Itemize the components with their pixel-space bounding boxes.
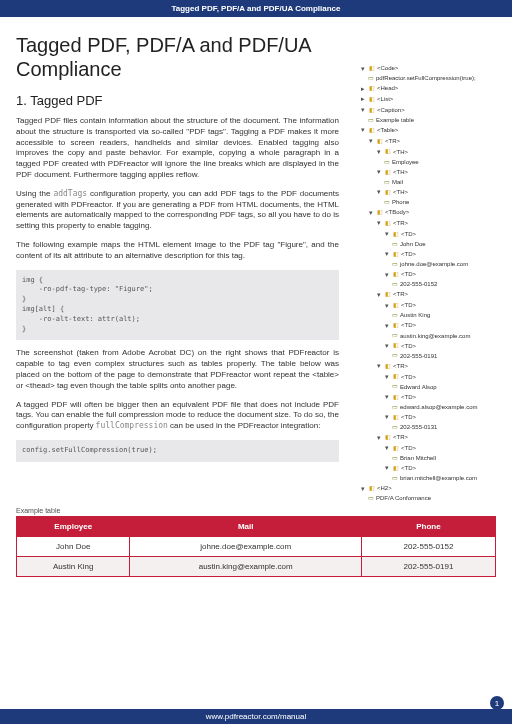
th-employee: Employee <box>17 517 130 537</box>
paragraph-2: Using the addTags configuration property… <box>16 189 339 232</box>
table-caption: Example table <box>16 507 496 514</box>
tree-table: ▾◧<Table> <box>351 125 496 136</box>
cell-phone: 202-555-0191 <box>361 557 495 577</box>
example-table: Employee Mail Phone John Doe johne.doe@e… <box>16 516 496 577</box>
table-row: John Doe johne.doe@example.com 202-555-0… <box>17 537 496 557</box>
tree-list: ▸◧<List> <box>351 94 496 105</box>
tree-john: ▭John Doe <box>351 240 496 249</box>
tree-brian-email: ▭brian.mitchell@example.com <box>351 474 496 483</box>
tree-edward-phone: ▭202-555-0131 <box>351 423 496 432</box>
cell-mail: johne.doe@example.com <box>130 537 361 557</box>
cell-employee: Austin King <box>17 557 130 577</box>
paragraph-5: A tagged PDF will often be bigger then a… <box>16 400 339 432</box>
code-fullcompression: fullCompression <box>96 421 168 430</box>
example-table-section: Example table Employee Mail Phone John D… <box>0 507 512 577</box>
table-header-row: Employee Mail Phone <box>17 517 496 537</box>
page-title: Tagged PDF, PDF/A and PDF/UA Compliance <box>16 33 339 81</box>
section-heading: 1. Tagged PDF <box>16 93 339 108</box>
tree-tbody: ▾◧<TBody> <box>351 207 496 218</box>
tree-pdfreactor: ▭pdfReactor.setFullCompression(true); <box>351 74 496 83</box>
tree-code: ▾◧<Code> <box>351 63 496 74</box>
tree-austin: ▭Austin King <box>351 311 496 320</box>
tree-td-3a: ▾◧<TD> <box>351 371 496 382</box>
tree-td-2c: ▾◧<TD> <box>351 340 496 351</box>
tree-td-4a: ▾◧<TD> <box>351 443 496 454</box>
tree-austin-phone: ▭202-555-0191 <box>351 351 496 360</box>
footer-url: www.pdfreactor.com/manual <box>206 712 307 721</box>
tree-tr-4: ▾◧<TR> <box>351 432 496 443</box>
paragraph-3: The following example maps the HTML elem… <box>16 240 339 262</box>
tree-td-3b: ▾◧<TD> <box>351 392 496 403</box>
cell-mail: austin.king@example.com <box>130 557 361 577</box>
code-addtags: addTags <box>53 189 87 198</box>
tree-tr-head: ▾◧<TR> <box>351 136 496 147</box>
tag-tree-screenshot: ▾◧<Code> ▭pdfReactor.setFullCompression(… <box>351 33 496 503</box>
th-phone: Phone <box>361 517 495 537</box>
footer-bar: www.pdfreactor.com/manual <box>0 709 512 724</box>
paragraph-1: Tagged PDF files contain information abo… <box>16 116 339 181</box>
left-column: Tagged PDF, PDF/A and PDF/UA Compliance … <box>16 33 339 503</box>
table-row: Austin King austin.king@example.com 202-… <box>17 557 496 577</box>
tree-austin-email: ▭austin.king@example.com <box>351 331 496 340</box>
tree-caption: ▾◧<Caption> <box>351 105 496 116</box>
tree-td-1a: ▾◧<TD> <box>351 229 496 240</box>
tree-td-1b: ▾◧<TD> <box>351 249 496 260</box>
tree-td-2a: ▾◧<TD> <box>351 300 496 311</box>
header-bar: Tagged PDF, PDF/A and PDF/UA Compliance <box>0 0 512 17</box>
tree-pdfa: ▭PDF/A Conformance <box>351 494 496 503</box>
page-number: 1 <box>490 696 504 710</box>
tree-john-email: ▭johne.doe@example.com <box>351 260 496 269</box>
tree-tr-2: ▾◧<TR> <box>351 289 496 300</box>
tree-tr-1: ▾◧<TR> <box>351 218 496 229</box>
cell-employee: John Doe <box>17 537 130 557</box>
tree-td-3c: ▾◧<TD> <box>351 412 496 423</box>
cell-phone: 202-555-0152 <box>361 537 495 557</box>
tree-h2: ▾◧<H2> <box>351 483 496 494</box>
tree-phone-label: ▭Phone <box>351 198 496 207</box>
paragraph-4: The screenshot (taken from Adobe Acrobat… <box>16 348 339 391</box>
tag-tree: ▾◧<Code> ▭pdfReactor.setFullCompression(… <box>351 33 496 503</box>
tree-td-4b: ▾◧<TD> <box>351 463 496 474</box>
tree-td-1c: ▾◧<TD> <box>351 269 496 280</box>
tree-john-phone: ▭202-555-0152 <box>351 280 496 289</box>
th-mail: Mail <box>130 517 361 537</box>
tree-td-2b: ▾◧<TD> <box>351 320 496 331</box>
tree-edward: ▭Edward Alsop <box>351 382 496 391</box>
tree-edward-email: ▭edward.alsop@example.com <box>351 402 496 411</box>
tree-emp-label: ▭Employee <box>351 157 496 166</box>
tree-th-mail: ▾◧<TH> <box>351 167 496 178</box>
tree-head: ▸◧<Head> <box>351 83 496 94</box>
tree-th-phone: ▾◧<TH> <box>351 187 496 198</box>
content-area: Tagged PDF, PDF/A and PDF/UA Compliance … <box>0 17 512 503</box>
code-block-1: img { -ro-pdf-tag-type: "Figure"; } img[… <box>16 270 339 341</box>
tree-tr-3: ▾◧<TR> <box>351 361 496 372</box>
tree-brian: ▭Brian Mitchell <box>351 454 496 463</box>
tree-th-emp: ▾◧<TH> <box>351 147 496 158</box>
tree-example-table: ▭Example table <box>351 116 496 125</box>
tree-mail-label: ▭Mail <box>351 178 496 187</box>
code-block-2: config.setFullCompression(true); <box>16 440 339 462</box>
